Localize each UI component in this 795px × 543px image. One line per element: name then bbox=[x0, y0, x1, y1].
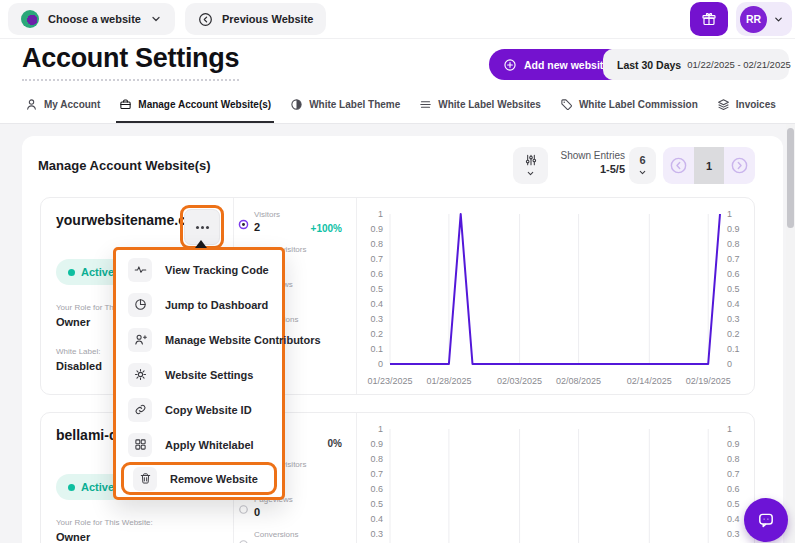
website-actions-menu: View Tracking Code Jump to Dashboard Man… bbox=[113, 247, 285, 500]
tab-white-label-commission[interactable]: White Label Commission bbox=[557, 88, 701, 123]
svg-text:02/14/2025: 02/14/2025 bbox=[627, 376, 672, 386]
page-header: Account Settings Add new website Last 30… bbox=[0, 39, 795, 88]
menu-item-remove-website[interactable]: Remove Website bbox=[121, 462, 277, 495]
svg-text:0.4: 0.4 bbox=[727, 514, 740, 524]
scrollbar-thumb[interactable] bbox=[787, 128, 794, 228]
user-icon bbox=[25, 98, 38, 111]
tab-label: White Label Websites bbox=[438, 99, 541, 110]
website-selector[interactable]: Choose a website bbox=[8, 3, 175, 35]
tab-label: White Label Commission bbox=[579, 99, 698, 110]
svg-text:0.9: 0.9 bbox=[727, 439, 740, 449]
gift-icon bbox=[701, 11, 717, 27]
svg-text:0.6: 0.6 bbox=[727, 269, 740, 279]
svg-text:0.5: 0.5 bbox=[370, 499, 383, 509]
next-page-button[interactable] bbox=[724, 147, 755, 184]
menu-item-view-tracking-code[interactable]: View Tracking Code bbox=[116, 252, 282, 287]
user-menu[interactable]: RR bbox=[736, 2, 792, 36]
page-size-select[interactable]: 6 bbox=[629, 147, 656, 184]
menu-item-jump-to-dashboard[interactable]: Jump to Dashboard bbox=[116, 287, 282, 322]
svg-text:1: 1 bbox=[727, 424, 732, 434]
page-title: Account Settings bbox=[22, 43, 239, 81]
website-name: yourwebsitename.co bbox=[56, 212, 195, 228]
svg-text:1: 1 bbox=[378, 209, 383, 219]
shown-entries-value: 1-5/5 bbox=[550, 163, 625, 177]
add-new-website-label: Add new website bbox=[524, 59, 609, 71]
chat-widget-button[interactable] bbox=[744, 498, 788, 542]
svg-text:0.2: 0.2 bbox=[727, 329, 740, 339]
filter-button[interactable] bbox=[513, 147, 548, 184]
metric-visitors: Visitors 2 +100% bbox=[237, 210, 342, 242]
ring-icon bbox=[237, 503, 250, 516]
svg-text:1: 1 bbox=[727, 209, 732, 219]
svg-text:02/19/2025: 02/19/2025 bbox=[686, 376, 731, 386]
ellipsis-icon bbox=[201, 226, 204, 229]
metric-label: Visitors bbox=[254, 210, 342, 219]
pulse-icon bbox=[134, 263, 147, 276]
svg-text:01/23/2025: 01/23/2025 bbox=[367, 376, 412, 386]
svg-text:0.3: 0.3 bbox=[370, 529, 383, 539]
svg-text:02/03/2025: 02/03/2025 bbox=[497, 376, 542, 386]
tab-white-label-theme[interactable]: White Label Theme bbox=[287, 88, 403, 123]
chevron-down-icon bbox=[773, 14, 784, 25]
current-page[interactable]: 1 bbox=[694, 147, 725, 184]
shown-entries: Shown Entries 1-5/5 bbox=[550, 150, 625, 176]
svg-text:0.8: 0.8 bbox=[370, 239, 383, 249]
arrow-left-circle-icon bbox=[669, 156, 688, 175]
prev-page-button[interactable] bbox=[663, 147, 694, 184]
svg-text:0.9: 0.9 bbox=[370, 439, 383, 449]
visitors-chart: 000.10.10.20.20.30.30.40.40.50.50.60.60.… bbox=[358, 413, 756, 543]
tab-label: Invoices bbox=[736, 99, 776, 110]
tab-manage-account-websites[interactable]: Manage Account Website(s) bbox=[116, 88, 274, 123]
user-plus-icon bbox=[134, 333, 147, 346]
role-label: Your Role for This Website: bbox=[56, 518, 153, 528]
shown-entries-label: Shown Entries bbox=[550, 150, 625, 163]
svg-text:0.5: 0.5 bbox=[370, 284, 383, 294]
svg-text:0.1: 0.1 bbox=[727, 344, 740, 354]
menu-item-website-settings[interactable]: Website Settings bbox=[116, 357, 282, 392]
contrast-icon bbox=[290, 98, 303, 111]
tab-label: White Label Theme bbox=[309, 99, 400, 110]
menu-item-apply-whitelabel[interactable]: Apply Whitelabel bbox=[116, 427, 282, 462]
svg-text:0.6: 0.6 bbox=[727, 484, 740, 494]
menu-item-label: Apply Whitelabel bbox=[165, 439, 254, 451]
svg-text:0.1: 0.1 bbox=[370, 344, 383, 354]
column-divider bbox=[356, 198, 357, 394]
svg-text:02/08/2025: 02/08/2025 bbox=[556, 376, 601, 386]
svg-text:0.8: 0.8 bbox=[727, 239, 740, 249]
website-selector-label: Choose a website bbox=[48, 13, 141, 25]
svg-text:1: 1 bbox=[378, 424, 383, 434]
column-divider bbox=[356, 413, 357, 543]
status-label: Active bbox=[81, 481, 114, 493]
scrollbar[interactable] bbox=[786, 124, 795, 543]
menu-item-label: Jump to Dashboard bbox=[165, 299, 268, 311]
site-favicon bbox=[21, 10, 39, 28]
svg-text:0: 0 bbox=[727, 359, 732, 369]
grid-icon bbox=[134, 438, 147, 451]
gift-button[interactable] bbox=[690, 2, 728, 36]
white-label-meta: White Label: Disabled bbox=[56, 347, 102, 374]
panel-title: Manage Account Website(s) bbox=[38, 158, 211, 173]
tag-icon bbox=[560, 98, 573, 111]
menu-pointer-caret bbox=[195, 240, 207, 248]
svg-text:0.3: 0.3 bbox=[370, 314, 383, 324]
page-size-value: 6 bbox=[639, 154, 645, 166]
tab-my-account[interactable]: My Account bbox=[22, 88, 103, 123]
menu-item-manage-website-contributors[interactable]: Manage Website Contributors bbox=[116, 322, 282, 357]
metric-change: 0% bbox=[328, 438, 342, 449]
trash-icon bbox=[139, 472, 152, 485]
svg-text:0.2: 0.2 bbox=[370, 329, 383, 339]
avatar: RR bbox=[740, 6, 767, 33]
menu-item-copy-website-id[interactable]: Copy Website ID bbox=[116, 392, 282, 427]
status-dot-icon bbox=[68, 484, 75, 491]
white-label-label: White Label: bbox=[56, 347, 102, 357]
ring-icon bbox=[237, 538, 250, 543]
date-range-filter[interactable]: Last 30 Days 01/22/2025 - 02/21/2025 bbox=[603, 49, 789, 80]
menu-item-label: View Tracking Code bbox=[165, 264, 269, 276]
briefcase-icon bbox=[119, 98, 132, 111]
tab-white-label-websites[interactable]: White Label Websites bbox=[416, 88, 544, 123]
svg-text:0.6: 0.6 bbox=[370, 484, 383, 494]
metric-change: +100% bbox=[311, 223, 342, 234]
previous-website-button[interactable]: Previous Website bbox=[185, 3, 327, 35]
tab-invoices[interactable]: Invoices bbox=[714, 88, 779, 123]
stack-icon bbox=[419, 98, 432, 111]
